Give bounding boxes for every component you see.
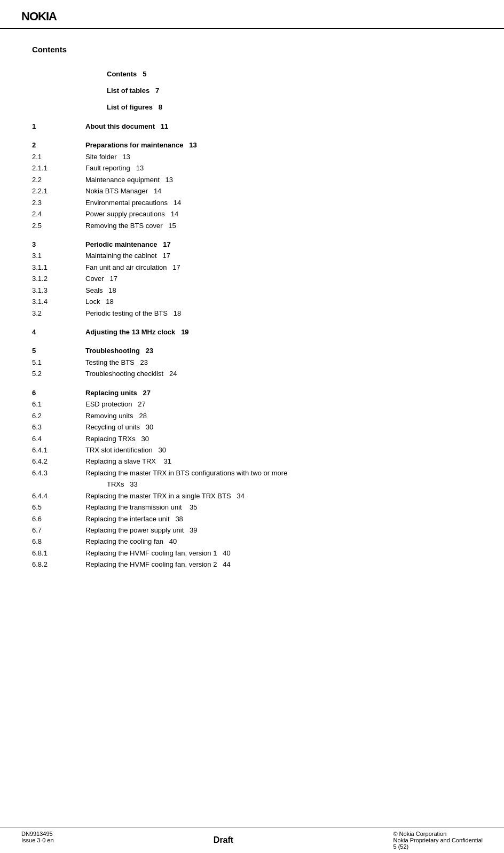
toc-title-6-4-2: Replacing a slave TRX 31 — [85, 456, 472, 467]
toc-row-5-1: 5.1 Testing the BTS 23 — [32, 357, 472, 368]
toc-title-6-2: Removing units 28 — [85, 410, 472, 421]
toc-title-1: About this document 11 — [85, 121, 472, 132]
toc-num-2: 2 — [32, 139, 85, 151]
toc-num-6-3: 6.3 — [32, 421, 85, 433]
toc-row-4: 4 Adjusting the 13 MHz clock 19 — [32, 326, 472, 338]
header: NOKIA — [0, 0, 504, 29]
toc-row-3-1-1: 3.1.1 Fan unit and air circulation 17 — [32, 262, 472, 273]
toc-title-6-8-1: Replacing the HVMF cooling fan, version … — [85, 547, 472, 559]
page-wrapper: NOKIA Contents Contents 5 List of tables… — [0, 0, 504, 853]
toc-row-6-4-2: 6.4.2 Replacing a slave TRX 31 — [32, 456, 472, 467]
toc-row-6-8: 6.8 Replacing the cooling fan 40 — [32, 536, 472, 547]
toc-title-6-5: Replacing the transmission unit 35 — [85, 502, 472, 513]
toc-row-6-4-3: 6.4.3 Replacing the master TRX in BTS co… — [32, 467, 472, 490]
toc-row-5-2: 5.2 Troubleshooting checklist 24 — [32, 368, 472, 379]
toc-num-6-8: 6.8 — [32, 536, 85, 547]
toc-num-6-1: 6.1 — [32, 398, 85, 410]
toc-num-3-2: 3.2 — [32, 308, 85, 319]
toc-num-3-1-3: 3.1.3 — [32, 285, 85, 296]
toc-num-6-4-1: 6.4.1 — [32, 444, 85, 456]
footer-page-info: 5 (52) — [393, 843, 483, 850]
toc-title-2-4: Power supply precautions 14 — [85, 208, 472, 220]
toc-row-5: 5 Troubleshooting 23 — [32, 345, 472, 356]
toc-row-2-3: 2.3 Environmental precautions 14 — [32, 197, 472, 208]
toc-title-3-1-1: Fan unit and air circulation 17 — [85, 262, 472, 273]
footer-copyright: © Nokia Corporation — [393, 831, 483, 837]
toc-list-of-tables-entry: List of tables 7 — [107, 87, 472, 95]
toc-num-5-1: 5.1 — [32, 357, 85, 368]
toc-row-2-2-1: 2.2.1 Nokia BTS Manager 14 — [32, 185, 472, 197]
toc-title-2-1-1: Fault reporting 13 — [85, 162, 472, 174]
toc-title-3-1: Maintaining the cabinet 17 — [85, 250, 472, 261]
toc-title-4: Adjusting the 13 MHz clock 19 — [85, 326, 472, 338]
footer-doc-number: DN9913495 — [21, 831, 54, 837]
toc-num-6-8-1: 6.8.1 — [32, 547, 85, 559]
toc-num-3-1-2: 3.1.2 — [32, 273, 85, 284]
toc-title-6-3: Recycling of units 30 — [85, 421, 472, 433]
toc-num-6-8-2: 6.8.2 — [32, 559, 85, 570]
toc-title-2-5: Removing the BTS cover 15 — [85, 220, 472, 231]
toc-row-6-8-2: 6.8.2 Replacing the HVMF cooling fan, ve… — [32, 559, 472, 570]
toc-title-6-4-1: TRX slot identification 30 — [85, 444, 472, 456]
toc-row-6-3: 6.3 Recycling of units 30 — [32, 421, 472, 433]
toc-row-2-5: 2.5 Removing the BTS cover 15 — [32, 220, 472, 231]
toc-num-6-4-3: 6.4.3 — [32, 467, 85, 490]
toc-title-6-4-3-line1: Replacing the master TRX in BTS configur… — [85, 467, 472, 479]
toc-numbered-sections: 1 About this document 11 2 Preparations … — [32, 121, 472, 570]
toc-row-6-6: 6.6 Replacing the interface unit 38 — [32, 513, 472, 525]
toc-num-2-3: 2.3 — [32, 197, 85, 208]
toc-num-1: 1 — [32, 121, 85, 132]
toc-title-6-6: Replacing the interface unit 38 — [85, 513, 472, 525]
toc-row-2-2: 2.2 Maintenance equipment 13 — [32, 174, 472, 185]
footer-draft-label: Draft — [214, 835, 233, 844]
toc-num-4: 4 — [32, 326, 85, 338]
toc-num-3-1: 3.1 — [32, 250, 85, 261]
toc-list-of-figures-entry: List of figures 8 — [107, 103, 472, 111]
toc-num-6: 6 — [32, 387, 85, 398]
toc-title-6-4-3-line2: TRXs 33 — [85, 479, 472, 490]
toc-contents-entry: Contents 5 — [107, 70, 472, 78]
toc-title-2-2-1: Nokia BTS Manager 14 — [85, 185, 472, 197]
footer-left: DN9913495 Issue 3-0 en — [21, 831, 54, 843]
page-title: Contents — [32, 45, 472, 54]
toc-row-6-1: 6.1 ESD protection 27 — [32, 398, 472, 410]
toc-num-2-1-1: 2.1.1 — [32, 162, 85, 174]
toc-row-6-2: 6.2 Removing units 28 — [32, 410, 472, 421]
toc-row-2-4: 2.4 Power supply precautions 14 — [32, 208, 472, 220]
toc-row-6: 6 Replacing units 27 — [32, 387, 472, 398]
toc-title-6-7: Replacing the power supply unit 39 — [85, 525, 472, 536]
toc-title-3-2: Periodic testing of the BTS 18 — [85, 308, 472, 319]
toc-title-6-4: Replacing TRXs 30 — [85, 433, 472, 444]
toc-num-2-5: 2.5 — [32, 220, 85, 231]
footer-right: © Nokia Corporation Nokia Proprietary an… — [393, 831, 483, 850]
toc-title-6-8: Replacing the cooling fan 40 — [85, 536, 472, 547]
toc-title-6-4-3: Replacing the master TRX in BTS configur… — [85, 467, 472, 490]
toc-row-3: 3 Periodic maintenance 17 — [32, 239, 472, 250]
toc-num-3: 3 — [32, 239, 85, 250]
footer-nokia-label: Nokia Proprietary and Confidential — [393, 837, 483, 843]
toc-row-6-5: 6.5 Replacing the transmission unit 35 — [32, 502, 472, 513]
toc-row-6-8-1: 6.8.1 Replacing the HVMF cooling fan, ve… — [32, 547, 472, 559]
toc-num-6-4: 6.4 — [32, 433, 85, 444]
footer-center: Draft — [214, 835, 233, 845]
toc-title-5-1: Testing the BTS 23 — [85, 357, 472, 368]
toc-title-6-4-4: Replacing the master TRX in a single TRX… — [85, 490, 472, 502]
toc-title-3-1-3: Seals 18 — [85, 285, 472, 296]
toc-num-2-2: 2.2 — [32, 174, 85, 185]
toc-title-5-2: Troubleshooting checklist 24 — [85, 368, 472, 379]
toc-row-3-1-4: 3.1.4 Lock 18 — [32, 296, 472, 307]
toc-row-6-4: 6.4 Replacing TRXs 30 — [32, 433, 472, 444]
toc-num-6-5: 6.5 — [32, 502, 85, 513]
toc-title-6: Replacing units 27 — [85, 387, 472, 398]
footer-issue: Issue 3-0 en — [21, 837, 54, 843]
footer: DN9913495 Issue 3-0 en Draft © Nokia Cor… — [0, 827, 504, 853]
toc-num-2-2-1: 2.2.1 — [32, 185, 85, 197]
toc-front-matter: Contents 5 List of tables 7 List of figu… — [107, 70, 472, 111]
toc-num-6-4-4: 6.4.4 — [32, 490, 85, 502]
toc-row-3-1-2: 3.1.2 Cover 17 — [32, 273, 472, 284]
toc-num-2-1: 2.1 — [32, 151, 85, 162]
toc-title-2-3: Environmental precautions 14 — [85, 197, 472, 208]
toc-title-2-1: Site folder 13 — [85, 151, 472, 162]
toc-num-5-2: 5.2 — [32, 368, 85, 379]
toc-title-5: Troubleshooting 23 — [85, 345, 472, 356]
